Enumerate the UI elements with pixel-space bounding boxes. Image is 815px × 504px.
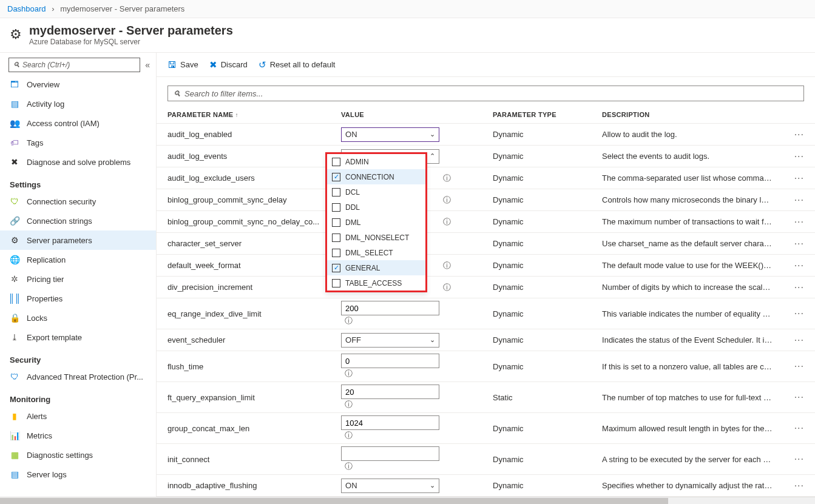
dropdown-option-table_access[interactable]: TABLE_ACCESS	[327, 275, 425, 291]
value-input[interactable]	[341, 385, 439, 399]
sidebar-item-locks[interactable]: 🔒Locks	[0, 308, 156, 328]
info-icon[interactable]: ⓘ	[345, 316, 353, 325]
sidebar-scroll[interactable]: 🗔Overview▤Activity log👥Access control (I…	[0, 75, 156, 504]
value-input[interactable]	[341, 301, 439, 315]
reset-button[interactable]: ↺ Reset all to default	[259, 59, 336, 70]
param-type: Dynamic	[482, 146, 591, 167]
filter-input[interactable]: 🔍︎ Search to filter items...	[167, 86, 804, 101]
sidebar-item-alerts[interactable]: ▮Alerts	[0, 406, 156, 426]
checkbox-icon	[332, 279, 340, 287]
dropdown-option-dml_nonselect[interactable]: DML_NONSELECT	[327, 230, 425, 245]
sidebar-item-access-control-iam[interactable]: 👥Access control (IAM)	[0, 113, 156, 133]
more-icon[interactable]: ···	[794, 260, 804, 270]
sidebar-item-pricing-tier[interactable]: ✲Pricing tier	[0, 269, 156, 289]
dropdown-option-connection[interactable]: ✓CONNECTION	[327, 169, 425, 184]
table-row: default_week_format ⓘ Dynamic The defaul…	[157, 255, 815, 277]
sidebar-item-server-parameters[interactable]: ⚙Server parameters	[0, 230, 156, 250]
param-type: Dynamic	[482, 298, 591, 329]
sidebar-item-export-template[interactable]: ⤓Export template	[0, 328, 156, 347]
value-input[interactable]	[341, 446, 439, 461]
param-name: ft_query_expansion_limit	[157, 382, 330, 413]
more-icon[interactable]: ···	[794, 361, 804, 371]
more-icon[interactable]: ···	[794, 129, 804, 139]
param-value-cell: ⓘ	[330, 298, 482, 329]
dropdown-option-dml[interactable]: DML	[327, 215, 425, 230]
sidebar-item-advanced-threat-protection-pr[interactable]: 🛡Advanced Threat Protection (Pr...	[0, 367, 156, 386]
col-parameter-name[interactable]: PARAMETER NAME	[157, 106, 330, 124]
horizontal-scrollbar[interactable]	[157, 497, 815, 504]
activity-icon: ▤	[10, 99, 19, 109]
dropdown-option-dcl[interactable]: DCL	[327, 184, 425, 200]
dropdown-option-ddl[interactable]: DDL	[327, 200, 425, 215]
param-description: Specifies whether to dynamically adjust …	[591, 475, 783, 497]
col-type[interactable]: PARAMETER TYPE	[482, 106, 591, 124]
dropdown-option-dml_select[interactable]: DML_SELECT	[327, 245, 425, 260]
value-input[interactable]	[341, 354, 439, 368]
param-description: The number of top matches to use for ful…	[591, 382, 783, 413]
discard-button[interactable]: ✖ Discard	[209, 59, 248, 70]
more-icon[interactable]: ···	[794, 195, 804, 205]
more-icon[interactable]: ···	[794, 217, 804, 227]
sidebar-item-metrics[interactable]: 📊Metrics	[0, 426, 156, 445]
sidebar-item-replication[interactable]: 🌐Replication	[0, 250, 156, 269]
sidebar-item-tags[interactable]: 🏷Tags	[0, 133, 156, 152]
more-icon[interactable]: ···	[794, 151, 804, 161]
breadcrumb-dashboard[interactable]: Dashboard	[7, 4, 46, 13]
info-icon[interactable]: ⓘ	[443, 173, 451, 183]
sidebar-item-connection-security[interactable]: 🛡Connection security	[0, 192, 156, 211]
dropdown-option-general[interactable]: ✓GENERAL	[327, 260, 425, 275]
info-icon[interactable]: ⓘ	[345, 369, 353, 378]
col-description[interactable]: DESCRIPTION	[591, 106, 783, 124]
checkbox-icon	[332, 188, 340, 197]
param-type: Dynamic	[482, 255, 591, 277]
param-type: Dynamic	[482, 124, 591, 146]
sidebar-item-server-logs[interactable]: ▤Server logs	[0, 465, 156, 484]
info-icon[interactable]: ⓘ	[345, 431, 353, 440]
sidebar-item-overview[interactable]: 🗔Overview	[0, 75, 156, 94]
save-button[interactable]: 🖫︎ Save	[167, 59, 198, 70]
chevron-down-icon: ⌄	[430, 482, 435, 489]
more-icon[interactable]: ···	[794, 423, 804, 433]
scrollbar-thumb[interactable]	[157, 498, 668, 504]
info-icon[interactable]: ⓘ	[443, 283, 451, 292]
table-row: binlog_group_commit_sync_no_delay_co... …	[157, 211, 815, 233]
dropdown-option-label: DCL	[345, 188, 360, 197]
sidebar-item-diagnostic-settings[interactable]: ▦Diagnostic settings	[0, 445, 156, 465]
search-icon: 🔍︎	[13, 61, 20, 69]
param-name: eq_range_index_dive_limit	[157, 298, 330, 329]
value-input[interactable]	[341, 415, 439, 430]
info-icon[interactable]: ⓘ	[443, 195, 451, 204]
table-row: div_precision_increment ⓘ Dynamic Number…	[157, 277, 815, 298]
value-dropdown[interactable]: ON⌄	[341, 127, 439, 142]
sidebar-item-connection-strings[interactable]: 🔗Connection strings	[0, 211, 156, 230]
more-icon[interactable]: ···	[794, 335, 804, 345]
info-icon[interactable]: ⓘ	[345, 400, 353, 409]
more-icon[interactable]: ···	[794, 173, 804, 183]
more-icon[interactable]: ···	[794, 282, 804, 292]
dropdown-option-admin[interactable]: ADMIN	[327, 154, 425, 169]
param-name: audit_log_events	[157, 146, 330, 167]
sidebar-item-activity-log[interactable]: ▤Activity log	[0, 94, 156, 113]
sidebar-item-label: Diagnose and solve problems	[27, 158, 130, 167]
audit-log-events-dropdown[interactable]: ADMIN✓CONNECTIONDCLDDLDMLDML_NONSELECTDM…	[325, 152, 427, 292]
dropdown-option-label: ADMIN	[345, 158, 369, 166]
sidebar-search-input[interactable]: 🔍︎ Search (Ctrl+/)	[8, 58, 140, 72]
sidebar-item-properties[interactable]: ║║Properties	[0, 289, 156, 308]
more-icon[interactable]: ···	[794, 454, 804, 464]
sidebar-item-diagnose-and-solve-problems[interactable]: ✖Diagnose and solve problems	[0, 152, 156, 172]
chevron-down-icon: ⌄	[430, 130, 435, 138]
parameters-table[interactable]: PARAMETER NAME VALUE PARAMETER TYPE DESC…	[157, 106, 815, 504]
info-icon[interactable]: ⓘ	[345, 462, 353, 471]
more-icon[interactable]: ···	[794, 392, 804, 402]
more-icon[interactable]: ···	[794, 238, 804, 249]
info-icon[interactable]: ⓘ	[443, 217, 451, 226]
sidebar-item-label: Activity log	[27, 99, 64, 109]
pricing-icon: ✲	[10, 274, 19, 284]
value-dropdown[interactable]: ON⌄	[341, 479, 439, 493]
more-icon[interactable]: ···	[794, 480, 804, 491]
col-value[interactable]: VALUE	[330, 106, 482, 124]
value-dropdown[interactable]: OFF⌄	[341, 333, 439, 348]
info-icon[interactable]: ⓘ	[443, 261, 451, 270]
more-icon[interactable]: ···	[794, 308, 804, 318]
collapse-sidebar-icon[interactable]: «	[145, 60, 150, 70]
